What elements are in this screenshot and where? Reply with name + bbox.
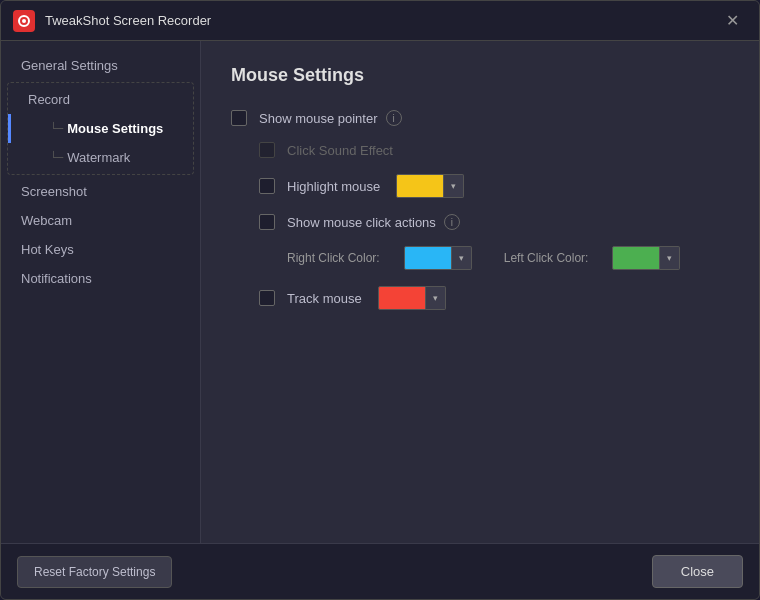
svg-point-1 — [22, 19, 26, 23]
highlight-mouse-color-picker: ▾ — [396, 174, 464, 198]
sidebar-item-notifications[interactable]: Notifications — [1, 264, 200, 293]
sidebar-item-watermark[interactable]: └─ Watermark — [8, 143, 193, 172]
right-click-color-block: ▾ — [404, 246, 472, 270]
right-click-color-label: Right Click Color: — [287, 251, 380, 265]
show-mouse-pointer-info-icon[interactable]: i — [386, 110, 402, 126]
left-click-color-label: Left Click Color: — [504, 251, 589, 265]
track-mouse-color-dropdown[interactable]: ▾ — [426, 286, 446, 310]
click-sound-effect-row: Click Sound Effect — [259, 142, 729, 158]
close-window-button[interactable]: ✕ — [718, 7, 747, 34]
sidebar-label: Screenshot — [21, 184, 87, 199]
sidebar-label: Notifications — [21, 271, 92, 286]
track-mouse-color-picker: ▾ — [378, 286, 446, 310]
highlight-mouse-color-dropdown[interactable]: ▾ — [444, 174, 464, 198]
sidebar-label: Mouse Settings — [67, 121, 163, 136]
left-click-color-swatch[interactable] — [612, 246, 660, 270]
show-mouse-pointer-checkbox[interactable] — [231, 110, 247, 126]
show-mouse-pointer-label: Show mouse pointer — [259, 111, 378, 126]
highlight-mouse-row: Highlight mouse ▾ — [259, 174, 729, 198]
left-click-color-block: ▾ — [612, 246, 680, 270]
show-mouse-click-actions-row: Show mouse click actions i — [259, 214, 729, 230]
right-click-color-swatch[interactable] — [404, 246, 452, 270]
sidebar-label: Record — [28, 92, 70, 107]
sidebar-item-general-settings[interactable]: General Settings — [1, 51, 200, 80]
sidebar-item-hot-keys[interactable]: Hot Keys — [1, 235, 200, 264]
sidebar-item-record[interactable]: Record — [8, 85, 193, 114]
tree-prefix: └─ — [50, 151, 63, 164]
highlight-mouse-checkbox[interactable] — [259, 178, 275, 194]
app-window: TweakShot Screen Recorder ✕ General Sett… — [0, 0, 760, 600]
window-title: TweakShot Screen Recorder — [45, 13, 718, 28]
reset-factory-settings-button[interactable]: Reset Factory Settings — [17, 556, 172, 588]
click-sound-effect-label: Click Sound Effect — [287, 143, 393, 158]
show-mouse-click-actions-label: Show mouse click actions — [287, 215, 436, 230]
highlight-mouse-label: Highlight mouse — [287, 179, 380, 194]
tree-prefix: └─ — [50, 122, 63, 135]
sidebar: General Settings Record └─ Mouse Setting… — [1, 41, 201, 543]
app-icon — [13, 10, 35, 32]
sidebar-label: Hot Keys — [21, 242, 74, 257]
show-mouse-click-actions-checkbox[interactable] — [259, 214, 275, 230]
sidebar-item-screenshot[interactable]: Screenshot — [1, 177, 200, 206]
track-mouse-row: Track mouse ▾ — [259, 286, 729, 310]
content-panel: Mouse Settings Show mouse pointer i Clic… — [201, 41, 759, 543]
right-click-color-dropdown[interactable]: ▾ — [452, 246, 472, 270]
track-mouse-color-swatch[interactable] — [378, 286, 426, 310]
sidebar-item-mouse-settings[interactable]: └─ Mouse Settings — [8, 114, 193, 143]
track-mouse-label: Track mouse — [287, 291, 362, 306]
click-colors-row: Right Click Color: ▾ Left Click Color: ▾ — [287, 246, 729, 270]
show-mouse-click-actions-info-icon[interactable]: i — [444, 214, 460, 230]
panel-title: Mouse Settings — [231, 65, 729, 86]
close-button[interactable]: Close — [652, 555, 743, 588]
click-sound-effect-checkbox[interactable] — [259, 142, 275, 158]
sidebar-label: General Settings — [21, 58, 118, 73]
show-mouse-pointer-row: Show mouse pointer i — [231, 110, 729, 126]
sidebar-label: Webcam — [21, 213, 72, 228]
footer: Reset Factory Settings Close — [1, 543, 759, 599]
track-mouse-color-block: ▾ — [378, 286, 446, 310]
left-click-color-dropdown[interactable]: ▾ — [660, 246, 680, 270]
sidebar-label: Watermark — [67, 150, 130, 165]
highlight-mouse-color-block: ▾ — [396, 174, 464, 198]
title-bar: TweakShot Screen Recorder ✕ — [1, 1, 759, 41]
highlight-mouse-color-swatch[interactable] — [396, 174, 444, 198]
track-mouse-checkbox[interactable] — [259, 290, 275, 306]
sidebar-item-webcam[interactable]: Webcam — [1, 206, 200, 235]
main-content: General Settings Record └─ Mouse Setting… — [1, 41, 759, 543]
